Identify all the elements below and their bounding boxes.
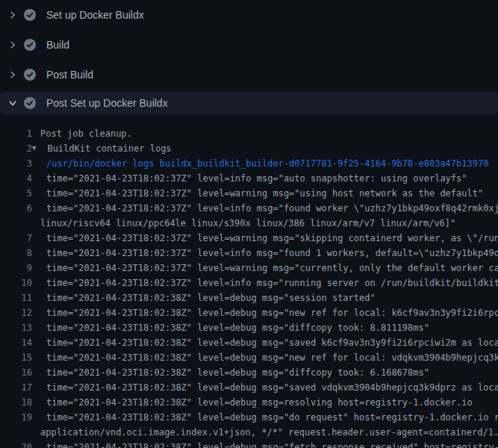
log-line-text: time="2021-04-23T18:02:37Z" level=warnin… — [40, 261, 498, 276]
log-row: 18 time="2021-04-23T18:02:38Z" level=deb… — [0, 395, 498, 410]
check-circle-icon — [24, 97, 36, 109]
log-line-number[interactable]: 3 — [0, 156, 32, 171]
log-viewer: 1 Post job cleanup. 2 ▼BuildKit containe… — [0, 119, 498, 448]
step-row-collapsed[interactable]: Build — [0, 30, 498, 60]
log-line-text: time="2021-04-23T18:02:37Z" level=warnin… — [40, 186, 483, 201]
step-row-collapsed[interactable]: Set up Docker Buildx — [0, 0, 498, 30]
log-row: 15 time="2021-04-23T18:02:38Z" level=deb… — [0, 350, 498, 365]
log-line-text: time="2021-04-23T18:02:38Z" level=debug … — [40, 410, 498, 425]
log-line-text: application/vnd.oci.image.index.v1+json,… — [40, 425, 498, 440]
chevron-right-icon — [9, 11, 16, 19]
log-line-text: time="2021-04-23T18:02:38Z" level=debug … — [40, 365, 429, 380]
chevron-down-icon — [9, 99, 16, 107]
log-row: 17 time="2021-04-23T18:02:38Z" level=deb… — [0, 380, 498, 395]
log-line-number[interactable]: 1 — [0, 126, 32, 141]
log-row: 16 time="2021-04-23T18:02:38Z" level=deb… — [0, 365, 498, 380]
log-group-header[interactable]: 2 ▼BuildKit container logs — [0, 141, 498, 156]
log-line-number[interactable]: 15 — [0, 350, 32, 365]
log-line-text: time="2021-04-23T18:02:37Z" level=info m… — [40, 246, 498, 261]
chevron-right-icon — [9, 41, 16, 49]
log-line-number[interactable]: 14 — [0, 335, 32, 350]
log-line-number[interactable]: 2 — [0, 141, 32, 156]
log-line-number[interactable]: 7 — [0, 231, 32, 246]
log-line-text: time="2021-04-23T18:02:38Z" level=debug … — [40, 320, 429, 335]
log-line-text: time="2021-04-23T18:02:38Z" level=debug … — [40, 395, 473, 410]
log-line-number[interactable]: 19 — [0, 410, 32, 425]
step-title: Post Build — [46, 69, 93, 81]
step-row-collapsed[interactable]: Post Build — [0, 60, 498, 90]
steps-list: Set up Docker Buildx Build Post Build — [0, 0, 498, 114]
log-line-text: Post job cleanup. — [40, 126, 132, 141]
log-row: 10 time="2021-04-23T18:02:37Z" level=inf… — [0, 276, 498, 290]
log-row: 3 /usr/bin/docker logs buildx_buildkit_b… — [0, 156, 498, 171]
log-line-number[interactable]: 11 — [0, 290, 32, 305]
triangle-down-icon: ▼ — [32, 141, 36, 155]
log-line-number[interactable]: 16 — [0, 365, 32, 380]
log-row: 13 time="2021-04-23T18:02:38Z" level=deb… — [0, 320, 498, 335]
log-row: 1 Post job cleanup. — [0, 126, 498, 141]
step-row-expanded[interactable]: Post Set up Docker Buildx — [0, 92, 498, 114]
log-row: 9 time="2021-04-23T18:02:37Z" level=warn… — [0, 261, 498, 276]
log-line-number — [0, 425, 32, 440]
log-line-text: time="2021-04-23T18:02:37Z" level=info m… — [40, 276, 498, 290]
log-line-text: time="2021-04-23T18:02:37Z" level=info m… — [40, 171, 467, 186]
log-line-text: time="2021-04-23T18:02:37Z" level=info m… — [40, 201, 498, 216]
log-line-number[interactable]: 5 — [0, 186, 32, 201]
log-line-text: time="2021-04-23T18:02:38Z" level=debug … — [40, 380, 498, 395]
log-line-text: time="2021-04-23T18:02:37Z" level=warnin… — [40, 231, 498, 246]
check-circle-icon — [24, 39, 36, 51]
log-line-number[interactable]: 10 — [0, 276, 32, 290]
log-line-number[interactable]: 6 — [0, 201, 32, 216]
log-line-number[interactable]: 8 — [0, 246, 32, 261]
log-row: 8 time="2021-04-23T18:02:37Z" level=info… — [0, 246, 498, 261]
log-row: 4 time="2021-04-23T18:02:37Z" level=info… — [0, 171, 498, 186]
log-line-text: BuildKit container logs — [47, 141, 171, 156]
log-line-number — [0, 216, 32, 231]
chevron-right-icon — [9, 71, 16, 78]
log-row: linux/riscv64 linux/ppc64le linux/s390x … — [0, 216, 498, 231]
log-row: 6 time="2021-04-23T18:02:37Z" level=info… — [0, 201, 498, 216]
log-row: 5 time="2021-04-23T18:02:37Z" level=warn… — [0, 186, 498, 201]
log-row: 14 time="2021-04-23T18:02:38Z" level=deb… — [0, 335, 498, 350]
log-line-number[interactable]: 12 — [0, 305, 32, 320]
log-line-number[interactable]: 4 — [0, 171, 32, 186]
log-row: 20 time="2021-04-23T18:02:38Z" level=deb… — [0, 440, 498, 448]
log-line-text: time="2021-04-23T18:02:38Z" level=debug … — [40, 335, 498, 350]
log-line-number[interactable]: 20 — [0, 440, 32, 448]
step-title: Build — [46, 39, 69, 51]
log-line-text: time="2021-04-23T18:02:38Z" level=debug … — [40, 305, 498, 320]
step-title: Set up Docker Buildx — [46, 9, 144, 21]
log-line-number[interactable]: 17 — [0, 380, 32, 395]
log-line-text: time="2021-04-23T18:02:38Z" level=debug … — [40, 350, 498, 365]
check-circle-icon — [24, 9, 36, 21]
log-row: 19 time="2021-04-23T18:02:38Z" level=deb… — [0, 410, 498, 425]
log-line-number[interactable]: 13 — [0, 320, 32, 335]
log-line-text: time="2021-04-23T18:02:38Z" level=debug … — [40, 290, 376, 305]
log-line-text: /usr/bin/docker logs buildx_buildkit_bui… — [40, 156, 488, 171]
log-line-text: linux/riscv64 linux/ppc64le linux/s390x … — [40, 216, 455, 231]
log-row: 7 time="2021-04-23T18:02:37Z" level=warn… — [0, 231, 498, 246]
log-line-text: time="2021-04-23T18:02:38Z" level=debug … — [40, 440, 498, 448]
log-line-number[interactable]: 9 — [0, 261, 32, 276]
step-title: Post Set up Docker Buildx — [46, 97, 168, 109]
log-row: 12 time="2021-04-23T18:02:38Z" level=deb… — [0, 305, 498, 320]
log-row: 11 time="2021-04-23T18:02:38Z" level=deb… — [0, 290, 498, 305]
check-circle-icon — [24, 69, 36, 81]
log-line-number[interactable]: 18 — [0, 395, 32, 410]
log-row: application/vnd.oci.image.index.v1+json,… — [0, 425, 498, 440]
